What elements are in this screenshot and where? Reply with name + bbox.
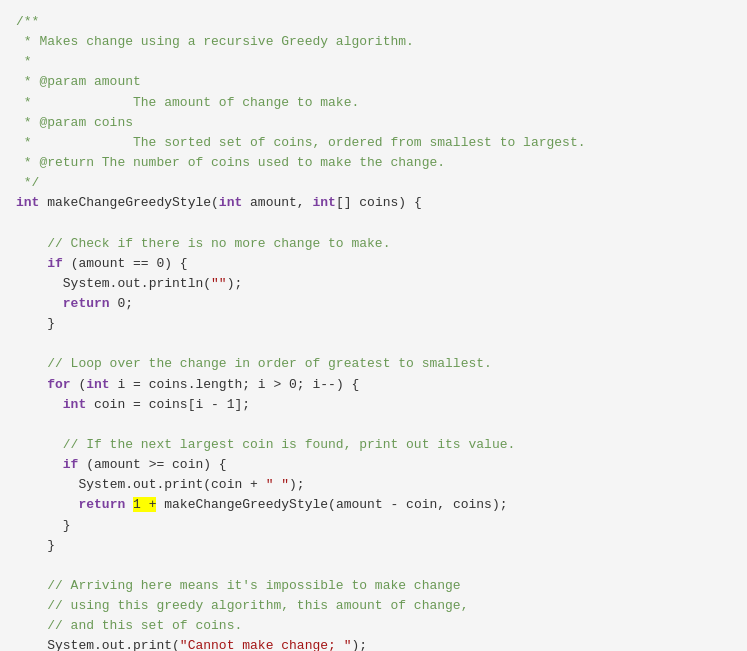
line-13: if (amount == 0) {	[16, 254, 731, 274]
line-14: System.out.println("");	[16, 274, 731, 294]
line-17	[16, 334, 731, 354]
line-24: System.out.print(coin + " ");	[16, 475, 731, 495]
line-28	[16, 556, 731, 576]
line-27: }	[16, 536, 731, 556]
highlight-1-plus: 1 +	[133, 497, 156, 512]
line-25: return 1 + makeChangeGreedyStyle(amount …	[16, 495, 731, 515]
line-1: /**	[16, 12, 731, 32]
line-10: int makeChangeGreedyStyle(int amount, in…	[16, 193, 731, 213]
line-16: }	[16, 314, 731, 334]
line-23: if (amount >= coin) {	[16, 455, 731, 475]
line-6: * @param coins	[16, 113, 731, 133]
line-15: return 0;	[16, 294, 731, 314]
line-5: * The amount of change to make.	[16, 93, 731, 113]
line-32: System.out.print("Cannot make change; ")…	[16, 636, 731, 651]
line-22: // If the next largest coin is found, pr…	[16, 435, 731, 455]
line-2: * Makes change using a recursive Greedy …	[16, 32, 731, 52]
line-9: */	[16, 173, 731, 193]
line-11	[16, 213, 731, 233]
line-30: // using this greedy algorithm, this amo…	[16, 596, 731, 616]
line-20: int coin = coins[i - 1];	[16, 395, 731, 415]
line-26: }	[16, 516, 731, 536]
line-31: // and this set of coins.	[16, 616, 731, 636]
code-container: /** * Makes change using a recursive Gre…	[0, 0, 747, 651]
line-12: // Check if there is no more change to m…	[16, 234, 731, 254]
line-19: for (int i = coins.length; i > 0; i--) {	[16, 375, 731, 395]
line-3: *	[16, 52, 731, 72]
line-7: * The sorted set of coins, ordered from …	[16, 133, 731, 153]
line-18: // Loop over the change in order of grea…	[16, 354, 731, 374]
line-21	[16, 415, 731, 435]
line-8: * @return The number of coins used to ma…	[16, 153, 731, 173]
line-4: * @param amount	[16, 72, 731, 92]
line-29: // Arriving here means it's impossible t…	[16, 576, 731, 596]
